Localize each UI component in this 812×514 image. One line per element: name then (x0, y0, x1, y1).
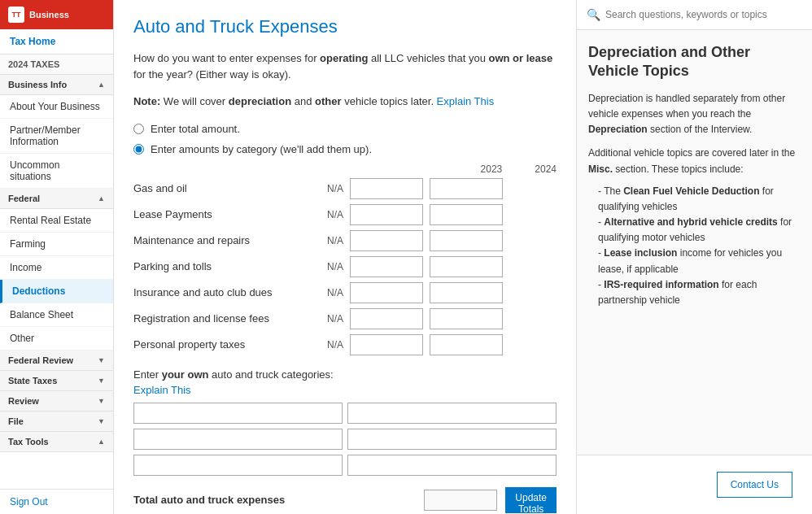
expense-na-registration: N/A (319, 313, 343, 325)
note-explain-link[interactable]: Explain This (437, 95, 495, 107)
custom-categories-section: Enter your own auto and truck categories… (133, 368, 557, 476)
expense-input-parking-2023[interactable] (350, 256, 423, 277)
expense-input-property-taxes-2024[interactable] (430, 334, 503, 355)
expense-label-property-taxes: Personal property taxes (133, 338, 312, 351)
year-headers: 2023 2024 (133, 163, 557, 175)
expense-label-registration: Registration and license fees (133, 312, 312, 325)
form-area: Auto and Truck Expenses How do you want … (114, 0, 576, 514)
custom-input-3a[interactable] (133, 455, 343, 476)
tax-home-link[interactable]: Tax Home (0, 29, 113, 54)
expense-input-registration-2024[interactable] (430, 308, 503, 329)
radio-option-total[interactable]: Enter total amount. (133, 123, 557, 135)
sidebar-section-tax-tools[interactable]: Tax Tools ▲ (0, 432, 113, 452)
sidebar-item-farming[interactable]: Farming (0, 233, 113, 256)
custom-input-2a[interactable] (133, 429, 343, 450)
app-logo: TT Business (0, 0, 113, 29)
contact-us-button[interactable]: Contact Us (717, 472, 792, 498)
expense-input-insurance-2023[interactable] (350, 282, 423, 303)
note-other: other (315, 95, 342, 107)
expense-input-lease-2023[interactable] (350, 204, 423, 225)
panel-content: Depreciation and Other Vehicle Topics De… (577, 30, 812, 455)
bullet2-bold: Alternative and hybrid vehicle credits (604, 216, 777, 228)
sidebar-section-federal-review[interactable]: Federal Review ▼ (0, 351, 113, 371)
sidebar-section-review[interactable]: Review ▼ (0, 391, 113, 412)
expense-input-maintenance-2024[interactable] (430, 230, 503, 251)
chevron-down-icon-file: ▼ (98, 417, 105, 425)
radio-option-category[interactable]: Enter amounts by category (we'll add the… (133, 143, 557, 155)
sidebar-item-rental-real-estate[interactable]: Rental Real Estate (0, 209, 113, 233)
sidebar-section-state-taxes[interactable]: State Taxes ▼ (0, 371, 113, 391)
main-content: Auto and Truck Expenses How do you want … (114, 0, 812, 514)
enter-own-bold: your own (162, 368, 209, 381)
note-text-2: and (295, 95, 315, 107)
radio-category-input[interactable] (133, 144, 144, 155)
note-text-3: vehicle topics later. (344, 95, 436, 107)
search-bar[interactable]: 🔍 (577, 0, 812, 30)
update-btn-line1: Update (515, 492, 547, 503)
panel-bullet-list: The Clean Fuel Vehicle Deduction for qua… (598, 184, 801, 309)
sidebar-section-federal-label: Federal (8, 194, 40, 203)
expense-input-gas-2024[interactable] (430, 178, 503, 199)
panel-bullet-4: IRS-required information for each partne… (598, 277, 801, 308)
sidebar-item-other[interactable]: Other (0, 327, 113, 351)
search-icon: 🔍 (587, 8, 600, 21)
expense-input-insurance-2024[interactable] (430, 282, 503, 303)
sidebar-item-income[interactable]: Income (0, 256, 113, 280)
sidebar-item-partner-member-information[interactable]: Partner/Member Information (0, 119, 113, 154)
intro-text-3: for the year? (Either way is okay). (133, 68, 291, 81)
expense-label-parking: Parking and tolls (133, 260, 312, 272)
sidebar-section-business-info[interactable]: Business Info ▲ (0, 75, 113, 95)
intro-own-or-lease: own or lease (488, 52, 552, 64)
panel-para1-bold: Depreciation (588, 124, 648, 135)
sign-out-link[interactable]: Sign Out (0, 489, 113, 514)
panel-para1-text1: Depreciation is handled separately from … (588, 93, 785, 120)
expense-input-gas-2023[interactable] (350, 178, 423, 199)
chevron-down-icon-state-taxes: ▼ (98, 377, 105, 385)
sidebar-item-uncommon-situations[interactable]: Uncommon situations (0, 154, 113, 189)
custom-input-2b[interactable] (347, 429, 557, 450)
expense-input-maintenance-2023[interactable] (350, 230, 423, 251)
year-2024: 2024 (535, 163, 557, 175)
expense-row-insurance: Insurance and auto club dues N/A (133, 282, 557, 303)
total-input[interactable] (424, 490, 497, 511)
expense-input-parking-2024[interactable] (430, 256, 503, 277)
expense-na-maintenance: N/A (319, 235, 343, 246)
intro-operating: operating (320, 52, 368, 64)
custom-explain-link[interactable]: Explain This (133, 384, 191, 396)
expense-input-lease-2024[interactable] (430, 204, 503, 225)
sidebar-item-deductions[interactable]: Deductions (0, 280, 113, 303)
update-totals-button[interactable]: Update Totals (505, 487, 557, 513)
custom-input-1a[interactable] (133, 403, 343, 424)
sidebar-item-about-your-business[interactable]: About Your Business (0, 95, 113, 119)
expense-rows: Gas and oil N/A Lease Payments N/A Maint… (133, 178, 557, 355)
sidebar-section-state-taxes-label: State Taxes (8, 376, 57, 386)
radio-total-label: Enter total amount. (151, 123, 240, 135)
sidebar-section-file[interactable]: File ▼ (0, 412, 113, 432)
total-label: Total auto and truck expenses (133, 494, 416, 506)
expense-na-parking: N/A (319, 261, 343, 272)
bullet4-bold: IRS-required information (604, 279, 718, 290)
custom-input-3b[interactable] (347, 455, 557, 476)
search-input[interactable] (605, 9, 802, 20)
expense-input-registration-2023[interactable] (350, 308, 423, 329)
intro-text-2: all LLC vehicles that you (371, 52, 489, 64)
panel-bullet-1: The Clean Fuel Vehicle Deduction for qua… (598, 184, 801, 215)
sidebar-item-balance-sheet[interactable]: Balance Sheet (0, 303, 113, 327)
custom-input-1b[interactable] (347, 403, 557, 424)
chevron-down-icon-review: ▼ (98, 397, 105, 405)
expense-row-property-taxes: Personal property taxes N/A (133, 334, 557, 355)
note-depreciation: depreciation (229, 95, 291, 107)
update-btn-line2: Totals (518, 503, 544, 515)
logo-icon: TT (8, 7, 24, 23)
page-title: Auto and Truck Expenses (133, 16, 557, 37)
panel-para2-bold: Misc. (588, 163, 613, 175)
note-text-1: We will cover (164, 95, 229, 107)
panel-bullet-3: Lease inclusion income for vehicles you … (598, 246, 801, 277)
sidebar-section-tax-tools-label: Tax Tools (8, 437, 49, 446)
chevron-up-icon: ▲ (98, 81, 105, 89)
sidebar-section-federal[interactable]: Federal ▲ (0, 189, 113, 209)
expense-row-gas: Gas and oil N/A (133, 178, 557, 199)
year-label: 2024 TAXES (0, 54, 113, 75)
radio-total-input[interactable] (133, 124, 144, 134)
expense-input-property-taxes-2023[interactable] (350, 334, 423, 355)
